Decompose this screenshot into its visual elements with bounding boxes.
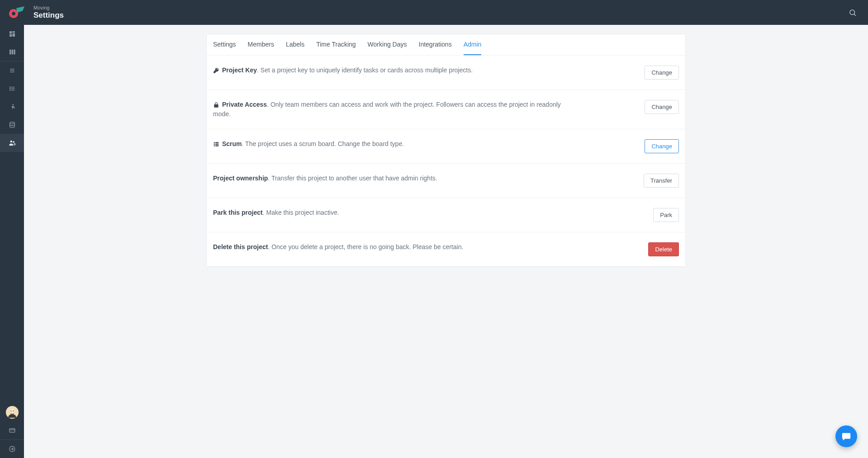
row-title: Project ownership <box>213 175 268 182</box>
row-title: Private Access <box>222 101 267 108</box>
tab-admin[interactable]: Admin <box>464 34 482 55</box>
svg-rect-34 <box>214 144 215 145</box>
settings-card: Settings Members Labels Time Tracking Wo… <box>206 34 686 267</box>
svg-rect-10 <box>14 50 15 55</box>
running-icon <box>9 103 16 110</box>
list-lines-icon <box>9 67 16 74</box>
sidebar-item-settings[interactable] <box>0 134 24 152</box>
svg-rect-9 <box>11 50 13 55</box>
row-desc: . Set a project key to uniquely identify… <box>257 66 473 74</box>
sidebar-item-data[interactable] <box>0 116 24 134</box>
svg-rect-29 <box>9 429 15 432</box>
svg-point-27 <box>10 411 11 411</box>
dashboard-icon <box>9 30 16 38</box>
sidebar <box>0 25 24 458</box>
svg-rect-4 <box>9 31 12 33</box>
header-subtitle: Moving <box>33 5 64 11</box>
sidebar-item-dashboard[interactable] <box>0 25 24 43</box>
tab-working-days[interactable]: Working Days <box>368 34 407 55</box>
main-content: Settings Members Labels Time Tracking Wo… <box>24 25 868 458</box>
row-text: Park this project. Make this project ina… <box>213 208 339 217</box>
credit-card-icon <box>9 427 16 434</box>
app-logo[interactable] <box>7 4 25 22</box>
row-text: Project Key. Set a project key to unique… <box>213 66 473 75</box>
svg-point-18 <box>9 90 10 90</box>
svg-point-28 <box>13 411 14 411</box>
change-project-key-button[interactable]: Change <box>645 66 679 80</box>
svg-line-3 <box>854 14 855 15</box>
row-private-access: Private Access. Only team members can ac… <box>207 90 685 129</box>
sidebar-item-billing[interactable] <box>0 421 24 439</box>
svg-rect-7 <box>9 34 12 37</box>
row-scrum: Scrum. The project uses a scrum board. C… <box>207 129 685 164</box>
svg-rect-37 <box>215 146 218 146</box>
topbar: Moving Settings <box>0 0 868 25</box>
row-delete: Delete this project. Once you delete a p… <box>207 232 685 266</box>
row-title: Project Key <box>222 66 257 74</box>
row-title: Delete this project <box>213 243 268 250</box>
row-desc: . Make this project inactive. <box>263 209 339 216</box>
sidebar-item-avatar[interactable] <box>0 403 24 421</box>
row-text: Delete this project. Once you delete a p… <box>213 242 463 252</box>
svg-point-24 <box>14 144 15 145</box>
search-button[interactable] <box>844 5 861 21</box>
logout-icon <box>9 445 16 453</box>
user-avatar-icon <box>6 406 19 419</box>
svg-rect-36 <box>214 146 215 146</box>
svg-rect-33 <box>215 142 218 143</box>
key-icon <box>213 67 219 74</box>
svg-point-16 <box>9 88 10 89</box>
sidebar-item-backlog[interactable] <box>0 61 24 80</box>
svg-point-20 <box>12 104 14 105</box>
board-type-icon <box>213 141 219 147</box>
page-title: Settings <box>33 11 64 20</box>
svg-rect-35 <box>215 144 218 145</box>
row-text: Project ownership. Transfer this project… <box>213 174 437 183</box>
tab-labels[interactable]: Labels <box>286 34 304 55</box>
svg-point-23 <box>13 141 14 143</box>
tab-integrations[interactable]: Integrations <box>419 34 452 55</box>
header-titles: Moving Settings <box>33 5 64 20</box>
delete-project-button[interactable]: Delete <box>648 242 679 256</box>
svg-point-14 <box>9 87 10 87</box>
row-ownership: Project ownership. Transfer this project… <box>207 164 685 198</box>
team-settings-icon <box>8 139 16 147</box>
svg-point-21 <box>9 122 14 124</box>
change-board-type-button[interactable]: Change <box>645 139 679 153</box>
row-text: Scrum. The project uses a scrum board. C… <box>213 139 404 149</box>
row-project-key: Project Key. Set a project key to unique… <box>207 56 685 90</box>
tabs: Settings Members Labels Time Tracking Wo… <box>207 34 685 56</box>
change-access-button[interactable]: Change <box>645 100 679 114</box>
sidebar-item-list[interactable] <box>0 80 24 98</box>
svg-point-2 <box>850 10 855 15</box>
row-title: Park this project <box>213 209 263 216</box>
svg-rect-32 <box>214 142 215 143</box>
chat-icon <box>841 431 851 441</box>
row-desc: . The project uses a scrum board. Change… <box>242 140 404 147</box>
tab-settings[interactable]: Settings <box>213 34 236 55</box>
tab-members[interactable]: Members <box>248 34 274 55</box>
row-desc: . Once you delete a project, there is no… <box>268 243 463 250</box>
chat-widget-button[interactable] <box>835 425 857 447</box>
svg-point-1 <box>12 12 15 15</box>
sidebar-item-logout[interactable] <box>0 440 24 458</box>
board-icon <box>9 48 16 56</box>
svg-point-22 <box>10 141 12 143</box>
sidebar-item-sprint[interactable] <box>0 98 24 116</box>
database-icon <box>9 121 16 128</box>
row-text: Private Access. Only team members can ac… <box>213 100 566 119</box>
svg-rect-6 <box>12 33 14 37</box>
row-desc: . Transfer this project to another user … <box>268 175 437 182</box>
svg-rect-5 <box>12 31 14 33</box>
row-park: Park this project. Make this project ina… <box>207 198 685 232</box>
list-icon <box>9 85 16 92</box>
tab-time-tracking[interactable]: Time Tracking <box>316 34 356 55</box>
sidebar-item-board[interactable] <box>0 43 24 61</box>
row-title: Scrum <box>222 140 242 147</box>
transfer-ownership-button[interactable]: Transfer <box>644 174 679 188</box>
park-project-button[interactable]: Park <box>653 208 679 222</box>
lock-icon <box>213 102 219 108</box>
svg-rect-8 <box>9 50 11 55</box>
